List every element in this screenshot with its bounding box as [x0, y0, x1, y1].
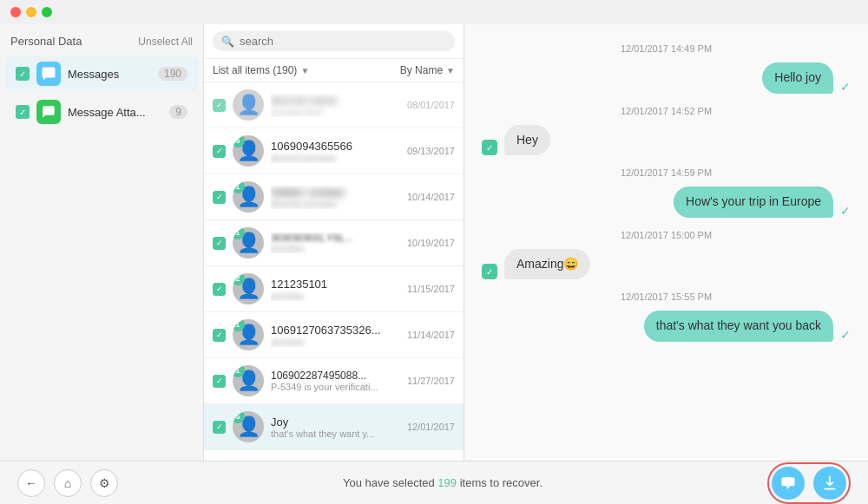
attachments-checkbox[interactable] — [16, 105, 30, 119]
received-checkbox[interactable] — [482, 140, 497, 155]
avatar: 👤 6 — [233, 135, 264, 167]
title-bar — [0, 0, 868, 24]
chat-bubble: Hello joy — [762, 62, 833, 94]
message-items: 👤 blurred name preview text 08/01/2017 👤… — [204, 82, 464, 461]
item-preview: preview — [271, 337, 402, 347]
list-item[interactable]: 👤 1 3030303031.YSL... preview 10/19/2017 — [204, 220, 464, 266]
chat-row-sent: Hello joy ✓ — [482, 62, 851, 94]
sort-label: By Name — [400, 64, 443, 76]
unselect-all-button[interactable]: Unselect All — [138, 36, 193, 48]
item-date: 10/19/2017 — [407, 238, 455, 248]
attachment-icon — [36, 100, 61, 124]
item-checkbox[interactable] — [213, 329, 226, 342]
avatar: 👤 5 — [233, 411, 264, 442]
sidebar-item-attachments[interactable]: Message Atta... 9 — [5, 95, 198, 129]
list-item[interactable]: 👤 2 121235101 preview 11/15/2017 — [204, 266, 464, 312]
settings-icon: ⚙ — [99, 476, 110, 490]
avatar: 👤 1 — [233, 181, 264, 213]
item-checkbox[interactable] — [213, 99, 226, 112]
list-item[interactable]: 👤 1 1069127063735326... preview 11/14/20… — [204, 312, 464, 358]
messages-count: 190 — [158, 67, 187, 81]
back-icon: ← — [25, 476, 37, 490]
list-item[interactable]: 👤 blurred name preview text 08/01/2017 — [204, 82, 464, 128]
item-checkbox[interactable] — [213, 191, 226, 204]
list-item[interactable]: 👤 1 hidden contact blurred preview 10/14… — [204, 174, 464, 220]
download-button[interactable] — [813, 467, 846, 500]
item-date: 08/01/2017 — [407, 100, 455, 110]
list-toolbar: List all items (190) ▼ By Name ▼ — [204, 59, 464, 82]
chat-row-received: Amazing😄 — [482, 249, 851, 280]
item-name: hidden contact — [271, 186, 402, 199]
item-name: blurred name — [271, 94, 402, 107]
home-icon: ⌂ — [64, 476, 71, 490]
chat-bubble: How's your trip in Europe — [674, 187, 833, 218]
avatar: 👤 2 — [233, 273, 264, 304]
close-button[interactable] — [10, 7, 21, 17]
item-checkbox[interactable] — [213, 421, 226, 434]
maximize-button[interactable] — [42, 7, 52, 17]
list-all-dropdown[interactable]: List all items (190) ▼ — [213, 64, 309, 76]
item-preview: preview text — [271, 107, 402, 117]
sidebar-item-messages[interactable]: Messages 190 — [5, 56, 198, 91]
status-text-prefix: You have selected — [343, 476, 437, 489]
item-checkbox[interactable] — [213, 283, 226, 296]
search-bar: 🔍 — [204, 24, 464, 59]
chat-row-sent: How's your trip in Europe ✓ — [482, 187, 851, 218]
export-icon — [779, 475, 797, 492]
minimize-button[interactable] — [26, 7, 36, 17]
item-checkbox[interactable] — [213, 375, 226, 388]
messages-icon — [36, 62, 61, 86]
status-text-suffix: items to recover. — [457, 476, 542, 489]
received-checkbox[interactable] — [482, 264, 497, 279]
item-checkbox[interactable] — [213, 145, 226, 158]
chat-timestamp: 12/01/2017 15:00 PM — [482, 230, 851, 240]
back-button[interactable]: ← — [17, 469, 45, 497]
search-input[interactable] — [240, 35, 446, 48]
chat-row-received: Hey — [482, 125, 851, 156]
item-content: 121235101 preview — [271, 278, 402, 301]
search-wrap[interactable]: 🔍 — [213, 31, 455, 51]
item-content: Joy that's what they want y... — [271, 416, 402, 439]
bottom-nav: ← ⌂ ⚙ — [17, 469, 118, 497]
item-preview: blurred preview — [271, 153, 402, 163]
settings-button[interactable]: ⚙ — [90, 469, 118, 497]
item-preview: P-5349 is your verificati... — [271, 382, 402, 392]
item-checkbox[interactable] — [213, 237, 226, 250]
item-date: 10/14/2017 — [407, 192, 455, 202]
sort-dropdown[interactable]: By Name ▼ — [400, 64, 455, 76]
item-name: Joy — [271, 416, 402, 429]
avatar: 👤 1 — [233, 227, 264, 259]
item-name: 106902287495088... — [271, 370, 402, 382]
chat-timestamp: 12/01/2017 14:49 PM — [482, 43, 851, 54]
list-item[interactable]: 👤 6 1069094365566 blurred preview 09/13/… — [204, 128, 464, 174]
chat-panel: 12/01/2017 14:49 PM Hello joy ✓ 12/01/20… — [464, 24, 868, 461]
item-preview: that's what they want y... — [271, 429, 402, 439]
selected-count: 199 — [437, 476, 457, 489]
attachments-label: Message Atta... — [68, 106, 169, 119]
item-date: 11/15/2017 — [407, 284, 455, 294]
home-button[interactable]: ⌂ — [54, 469, 82, 497]
chat-bubble: Amazing😄 — [504, 249, 590, 280]
item-content: 1069094365566 blurred preview — [271, 140, 402, 163]
list-item[interactable]: 👤 5 Joy that's what they want y... 12/01… — [204, 404, 464, 450]
search-icon: 🔍 — [221, 36, 234, 48]
sidebar-header: Personal Data Unselect All — [0, 31, 203, 55]
chat-bubble: Hey — [504, 125, 550, 156]
bottom-bar: ← ⌂ ⚙ You have selected 199 items to rec… — [0, 461, 868, 504]
sent-check-icon: ✓ — [840, 204, 851, 218]
item-content: 106902287495088... P-5349 is your verifi… — [271, 370, 402, 392]
item-date: 11/14/2017 — [407, 330, 455, 340]
chat-bubble: that's what they want you back — [644, 311, 833, 342]
item-date: 12/01/2017 — [407, 422, 455, 432]
sidebar: Personal Data Unselect All Messages 190 … — [0, 24, 204, 461]
item-date: 09/13/2017 — [407, 146, 455, 156]
item-date: 11/27/2017 — [407, 376, 455, 386]
item-preview: blurred preview — [271, 199, 402, 209]
item-name: 121235101 — [271, 278, 402, 291]
chat-timestamp: 12/01/2017 15:55 PM — [482, 291, 851, 302]
list-item[interactable]: 👤 1 106902287495088... P-5349 is your ve… — [204, 358, 464, 404]
attachments-count: 9 — [169, 105, 187, 119]
action-buttons — [767, 462, 851, 504]
export-button[interactable] — [772, 467, 805, 500]
messages-checkbox[interactable] — [16, 67, 30, 81]
